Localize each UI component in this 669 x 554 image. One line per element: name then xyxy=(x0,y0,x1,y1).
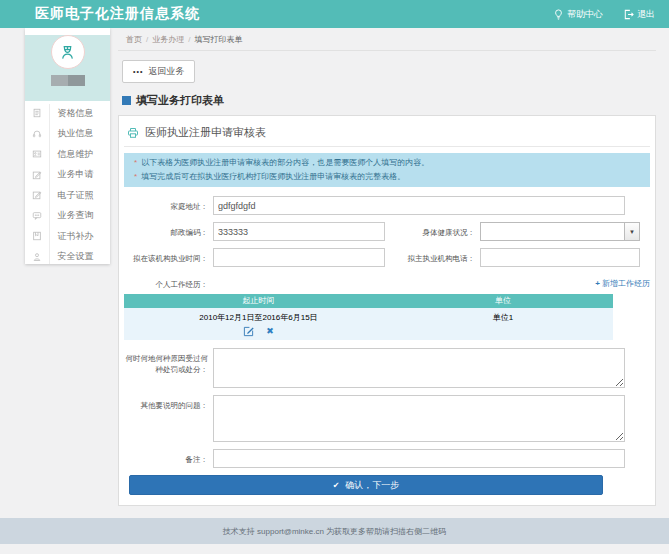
return-business-button[interactable]: ••• 返回业务 xyxy=(122,60,195,83)
plus-icon: + xyxy=(595,279,600,288)
practice-time-input[interactable] xyxy=(213,248,385,267)
table-header-row: 起止时间 单位 xyxy=(124,294,613,308)
query-bubble-icon xyxy=(25,211,49,221)
confirm-next-button[interactable]: ✔确认，下一步 xyxy=(129,475,603,495)
blue-square-icon xyxy=(122,96,131,105)
avatar[interactable] xyxy=(51,35,85,69)
sidebar: 资格信息 执业信息 信息维护 业务申请 电子证照 业务查询 xyxy=(25,28,110,264)
footer: 技术支持 support@minke.cn 为获取更多帮助请扫描右侧二维码 xyxy=(0,518,669,544)
breadcrumb-current: 填写打印表单 xyxy=(194,35,242,44)
delete-row-icon[interactable]: ✖ xyxy=(266,327,274,336)
panel-header: 医师执业注册申请审核表 xyxy=(124,122,650,147)
return-business-label: 返回业务 xyxy=(148,65,184,78)
sidebar-item-label: 业务申请 xyxy=(49,168,110,181)
help-center-button[interactable]: 帮助中心 xyxy=(553,8,603,21)
sidebar-item-label: 电子证照 xyxy=(49,189,110,202)
home-address-label: 家庭地址： xyxy=(124,196,208,212)
dropdown-arrow-icon[interactable]: ▼ xyxy=(624,223,639,240)
sidebar-item-label: 资格信息 xyxy=(49,107,110,120)
edit-row-icon[interactable] xyxy=(243,326,254,337)
doctor-icon xyxy=(57,42,78,63)
other-issues-label: 其他要说明的问题： xyxy=(124,395,208,411)
form-row-punishment: 何时何地何种原因受过何种处罚或处分： xyxy=(124,348,650,388)
printer-icon xyxy=(127,127,139,139)
postal-code-input[interactable] xyxy=(213,222,385,241)
sidebar-item-practice-info[interactable]: 执业信息 xyxy=(25,124,110,145)
notice-line: *以下表格为医师执业注册申请审核表的部分内容，也是需要医师个人填写的内容。 xyxy=(134,156,640,170)
breadcrumb: 首页/业务办理/填写打印表单 xyxy=(118,28,656,51)
postal-code-label: 邮政编码： xyxy=(124,222,208,238)
table-row: 2010年12月1日至2016年6月15日 ✖ 单位1 xyxy=(124,308,613,340)
help-lightbulb-icon xyxy=(553,9,564,20)
form-panel: 医师执业注册申请审核表 *以下表格为医师执业注册申请审核表的部分内容，也是需要医… xyxy=(118,115,656,506)
sidebar-item-label: 信息维护 xyxy=(49,148,110,161)
sidebar-item-label: 证书补办 xyxy=(49,230,110,243)
column-header-period: 起止时间 xyxy=(124,294,393,308)
user-name-redacted xyxy=(51,75,85,86)
logout-button[interactable]: 退出 xyxy=(623,8,655,21)
add-work-experience-link[interactable]: +新增工作经历 xyxy=(595,274,650,289)
org-phone-input[interactable] xyxy=(480,248,640,267)
form-row-other-issues: 其他要说明的问题： xyxy=(124,395,650,442)
top-bar: 医师电子化注册信息系统 帮助中心 退出 xyxy=(0,0,669,28)
work-experience-label: 个人工作经历： xyxy=(124,274,208,290)
form-row-time-phone: 拟在该机构执业时间： 拟主执业机构电话： xyxy=(124,248,650,267)
user-profile-block xyxy=(25,35,110,101)
punishment-textarea[interactable] xyxy=(213,348,625,388)
sidebar-item-label: 执业信息 xyxy=(49,127,110,140)
page-title: 填写业务打印表单 xyxy=(122,93,656,108)
user-icon xyxy=(25,252,49,262)
sidebar-item-label: 安全设置 xyxy=(49,250,110,263)
sidebar-item-electronic-license[interactable]: 电子证照 xyxy=(25,185,110,206)
form-row-postal-health: 邮政编码： 身体健康状况： ▼ xyxy=(124,222,650,241)
breadcrumb-home-link[interactable]: 首页 xyxy=(126,35,142,44)
remark-input[interactable] xyxy=(213,449,625,468)
book-icon xyxy=(25,231,49,241)
main-content: 首页/业务办理/填写打印表单 ••• 返回业务 填写业务打印表单 医师执业注册申… xyxy=(118,28,656,506)
practice-time-label: 拟在该机构执业时间： xyxy=(124,248,208,264)
menu-divider xyxy=(49,104,50,264)
sidebar-item-business-query[interactable]: 业务查询 xyxy=(25,206,110,227)
headset-icon xyxy=(25,129,49,139)
app-window: 医师电子化注册信息系统 帮助中心 退出 xyxy=(0,0,669,554)
breadcrumb-business-link[interactable]: 业务办理 xyxy=(152,35,184,44)
sidebar-item-security-settings[interactable]: 安全设置 xyxy=(25,247,110,268)
notice-box: *以下表格为医师执业注册申请审核表的部分内容，也是需要医师个人填写的内容。 *填… xyxy=(124,153,650,187)
health-status-value xyxy=(481,223,624,240)
work-experience-table: 起止时间 单位 2010年12月1日至2016年6月15日 ✖ xyxy=(124,294,613,340)
form-row-work-experience: 个人工作经历： +新增工作经历 xyxy=(124,274,650,290)
punishment-label: 何时何地何种原因受过何种处罚或处分： xyxy=(124,348,208,375)
home-address-input[interactable] xyxy=(213,196,625,215)
app-title: 医师电子化注册信息系统 xyxy=(35,5,200,23)
experience-period: 2010年12月1日至2016年6月15日 xyxy=(124,312,393,323)
column-header-unit: 单位 xyxy=(393,294,613,308)
notice-line: *填写完成后可在拟执业医疗机构打印医师执业注册申请审核表的完整表格。 xyxy=(134,170,640,184)
edit-icon xyxy=(25,190,49,200)
logout-icon xyxy=(623,9,634,20)
help-center-label: 帮助中心 xyxy=(567,8,603,21)
org-phone-label: 拟主执业机构电话： xyxy=(387,248,475,264)
experience-unit: 单位1 xyxy=(393,312,613,337)
application-form: 家庭地址： 邮政编码： 身体健康状况： ▼ 拟在该机构执业时间： 拟主执业机构电… xyxy=(124,196,650,495)
id-card-icon xyxy=(25,149,49,159)
page-title-text: 填写业务打印表单 xyxy=(136,93,224,108)
sidebar-item-certificate-reissue[interactable]: 证书补办 xyxy=(25,226,110,247)
sidebar-item-label: 业务查询 xyxy=(49,209,110,222)
confirm-next-label: 确认，下一步 xyxy=(345,480,399,490)
sidebar-item-info-maintenance[interactable]: 信息维护 xyxy=(25,144,110,165)
other-issues-textarea[interactable] xyxy=(213,395,625,442)
bullet-icon: * xyxy=(134,158,137,167)
document-icon xyxy=(25,108,49,118)
health-status-select[interactable]: ▼ xyxy=(480,222,640,241)
health-status-label: 身体健康状况： xyxy=(387,222,475,238)
logout-label: 退出 xyxy=(637,8,655,21)
ellipsis-icon: ••• xyxy=(133,69,143,74)
check-icon: ✔ xyxy=(333,481,340,490)
sidebar-item-qualification-info[interactable]: 资格信息 xyxy=(25,103,110,124)
bullet-icon: * xyxy=(134,172,137,181)
form-row-remark: 备注： xyxy=(124,449,650,468)
edit-icon xyxy=(25,170,49,180)
sidebar-item-business-application[interactable]: 业务申请 xyxy=(25,165,110,186)
remark-label: 备注： xyxy=(124,449,208,465)
breadcrumb-separator: / xyxy=(188,35,190,44)
